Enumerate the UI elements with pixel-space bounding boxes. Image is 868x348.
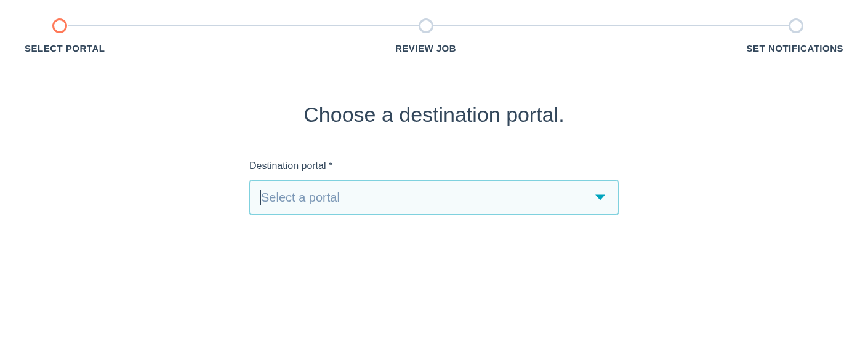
stepper: SELECT PORTAL REVIEW JOB SET NOTIFICATIO… (25, 18, 843, 53)
step-circle-icon (789, 18, 803, 33)
step-circle-icon (52, 18, 67, 33)
chevron-down-icon (595, 195, 605, 200)
text-cursor-icon (260, 190, 261, 205)
destination-portal-placeholder: Select a portal (261, 191, 340, 205)
destination-portal-select[interactable]: Select a portal (249, 180, 619, 215)
step-review-job[interactable]: REVIEW JOB (395, 18, 456, 53)
form-area: Destination portal * Select a portal (249, 160, 619, 215)
step-label: REVIEW JOB (395, 43, 456, 53)
step-circle-icon (419, 18, 433, 33)
destination-portal-select-wrap: Select a portal (249, 180, 619, 215)
step-label: SELECT PORTAL (25, 43, 105, 53)
destination-portal-label: Destination portal * (249, 160, 619, 172)
page-heading: Choose a destination portal. (219, 103, 649, 127)
step-select-portal[interactable]: SELECT PORTAL (25, 18, 105, 53)
main-content: Choose a destination portal. Destination… (219, 103, 649, 215)
step-label: SET NOTIFICATIONS (747, 43, 843, 53)
step-set-notifications[interactable]: SET NOTIFICATIONS (747, 18, 843, 53)
